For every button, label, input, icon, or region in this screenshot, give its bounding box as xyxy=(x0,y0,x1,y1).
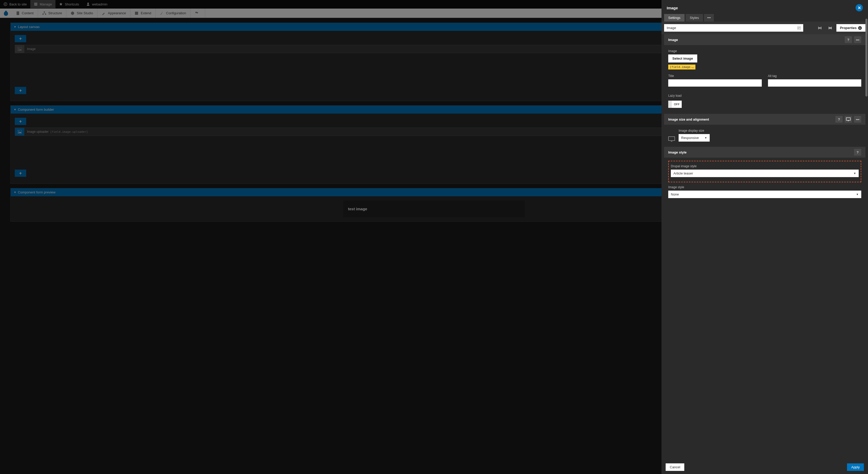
close-button[interactable]: ✕ xyxy=(856,4,863,11)
device-button[interactable] xyxy=(845,116,852,123)
section-image-header[interactable]: Image ? ••• xyxy=(664,34,865,45)
svg-rect-16 xyxy=(669,137,675,141)
plus-circle-icon: + xyxy=(858,26,862,30)
drupal-style-value: Article teaser xyxy=(674,171,693,175)
image-token-chip[interactable]: [field.image-… xyxy=(668,65,695,69)
section-size-title: Image size and alignment xyxy=(668,117,709,121)
display-size-label: Image display size xyxy=(679,129,710,132)
drupal-style-label: Drupal image style xyxy=(670,165,860,168)
image-settings-drawer: Image ✕ Settings Styles ••• Properties +… xyxy=(661,0,868,231)
ellipsis-icon: ••• xyxy=(707,16,711,20)
caret-down-icon: ▼ xyxy=(705,137,707,139)
help-button[interactable]: ? xyxy=(854,149,861,155)
scrollbar[interactable] xyxy=(865,19,867,96)
image-style-value: None xyxy=(671,192,679,196)
element-name-input[interactable] xyxy=(664,24,803,32)
drupal-style-select[interactable]: Article teaser ▼ xyxy=(671,170,859,177)
drawer-body: Image ? ••• Image Select image [field.im… xyxy=(661,34,868,231)
section-size-header[interactable]: Image size and alignment ? ••• xyxy=(664,114,865,125)
section-style-header[interactable]: Image style ? xyxy=(664,147,865,158)
properties-button[interactable]: Properties + xyxy=(836,24,865,32)
drawer-tabs: Settings Styles ••• xyxy=(661,14,868,22)
select-image-button[interactable]: Select image xyxy=(668,55,697,62)
title-label: Title xyxy=(668,74,762,78)
section-image-title: Image xyxy=(668,38,678,42)
svg-rect-15 xyxy=(846,118,850,120)
lazy-load-toggle[interactable]: OFF xyxy=(668,100,682,108)
ellipsis-icon: ••• xyxy=(856,117,860,121)
tab-styles[interactable]: Styles xyxy=(686,14,703,22)
desktop-icon xyxy=(846,117,850,121)
lazy-label: Lazy load xyxy=(668,94,861,97)
drupal-style-highlight: Drupal image style Article teaser ▼ xyxy=(668,161,861,182)
help-icon: ? xyxy=(857,150,859,154)
display-size-value: Responsive xyxy=(681,136,699,140)
caret-down-icon: ▼ xyxy=(854,172,856,175)
tab-more[interactable]: ••• xyxy=(704,14,714,22)
title-input[interactable] xyxy=(668,79,762,87)
help-icon: ? xyxy=(838,117,840,121)
toggle-off-label: OFF xyxy=(672,101,682,107)
bracket-o-icon[interactable] xyxy=(826,24,834,32)
image-style-select[interactable]: None ▼ xyxy=(668,190,861,198)
display-size-select[interactable]: Responsive ▼ xyxy=(679,134,710,142)
caret-down-icon: ▼ xyxy=(856,193,859,196)
ellipsis-icon: ••• xyxy=(856,38,860,42)
image-field-label: Image xyxy=(668,49,861,53)
drawer-title: Image xyxy=(667,6,678,10)
bracket-plus-icon[interactable] xyxy=(816,24,824,32)
token-list-icon[interactable] xyxy=(795,24,803,32)
alt-label: Alt tag xyxy=(768,74,862,78)
image-style-label: Image style xyxy=(668,185,861,189)
section-style-title: Image style xyxy=(668,150,687,154)
drawer-toolbar: Properties + xyxy=(661,22,868,34)
properties-label: Properties xyxy=(840,26,857,30)
help-button[interactable]: ? xyxy=(835,116,843,123)
help-button[interactable]: ? xyxy=(845,36,852,43)
section-menu-button[interactable]: ••• xyxy=(854,116,861,123)
toggle-handle xyxy=(668,100,672,108)
help-icon: ? xyxy=(847,38,849,42)
desktop-icon xyxy=(668,137,675,142)
tab-settings[interactable]: Settings xyxy=(664,14,685,22)
section-menu-button[interactable]: ••• xyxy=(854,36,861,43)
svg-point-14 xyxy=(829,27,831,29)
alt-input[interactable] xyxy=(768,79,862,87)
